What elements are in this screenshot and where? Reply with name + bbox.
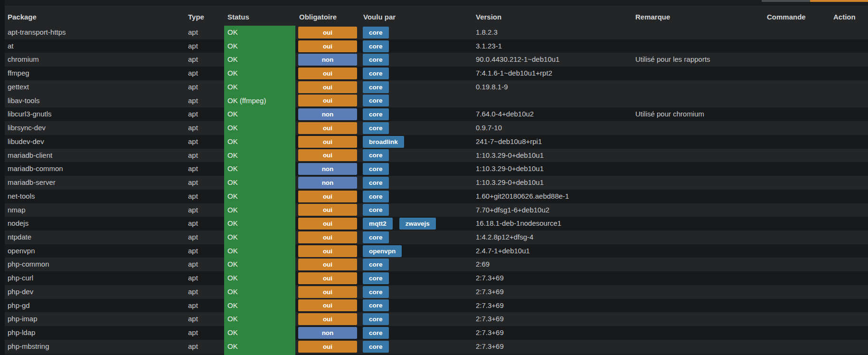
package-type: apt <box>188 190 198 203</box>
obligatoire-badge: oui <box>298 259 357 270</box>
column-header-action: Action <box>833 6 856 26</box>
package-name: libudev-dev <box>8 135 44 149</box>
column-header-package: Package <box>8 6 37 26</box>
obligatoire-badge: oui <box>298 149 357 161</box>
package-type: apt <box>188 94 198 108</box>
obligatoire-badge: oui <box>298 95 357 106</box>
package-type: apt <box>188 299 198 313</box>
wanted-by-badge: core <box>363 191 389 202</box>
wanted-by-badges: core <box>363 149 396 161</box>
status-value: OK <box>227 67 238 80</box>
package-name: php-mbstring <box>8 340 49 354</box>
wanted-by-badges: core <box>363 163 396 175</box>
wanted-by-badges: core <box>363 95 396 106</box>
package-version: 7.70+dfsg1-6+deb10u2 <box>476 203 549 217</box>
package-name: php-dev <box>8 285 33 299</box>
wanted-by-badge: core <box>363 27 389 38</box>
package-name: mariadb-server <box>8 176 56 190</box>
column-header-commande: Commande <box>767 6 806 26</box>
table-row: ntpdate apt OK oui core 1:4.2.8p12+dfsg-… <box>0 230 868 244</box>
wanted-by-badge: core <box>363 286 389 298</box>
wanted-by-badge: zwavejs <box>399 218 436 230</box>
wanted-by-badges: mqtt2zwavejs <box>363 218 443 230</box>
wanted-by-badge: core <box>363 54 389 66</box>
table-row: mariadb-common apt OK non core 1:10.3.29… <box>0 162 868 176</box>
package-name: mariadb-client <box>8 149 52 163</box>
status-value: OK <box>227 312 238 326</box>
status-value: OK <box>227 340 238 354</box>
status-value: OK <box>227 149 238 163</box>
package-name: openvpn <box>8 244 35 258</box>
wanted-by-badge: core <box>363 299 389 311</box>
package-version: 0.19.8.1-9 <box>476 80 508 94</box>
wanted-by-badge: core <box>363 67 389 79</box>
wanted-by-badge: core <box>363 95 389 106</box>
package-name: net-tools <box>8 190 35 203</box>
obligatoire-badge: non <box>298 108 357 120</box>
package-version: 1.8.2.3 <box>476 26 498 39</box>
package-name: ffmpeg <box>8 67 29 80</box>
table-row: libudev-dev apt OK oui broadlink 241-7~d… <box>0 135 868 149</box>
package-version: 2:7.3+69 <box>476 271 504 285</box>
table-row: libav-tools apt OK (ffmpeg) oui core <box>0 94 868 108</box>
package-version: 7:4.1.6-1~deb10u1+rpt2 <box>476 67 552 80</box>
package-type: apt <box>188 39 198 53</box>
column-header-obligatoire: Obligatoire <box>299 6 337 26</box>
wanted-by-badges: core <box>363 177 396 189</box>
package-type: apt <box>188 244 198 258</box>
table-header <box>5 6 868 26</box>
package-version: 1:4.2.8p12+dfsg-4 <box>476 230 533 244</box>
column-header-voulu-par: Voulu par <box>363 6 396 26</box>
wanted-by-badge: core <box>363 204 389 216</box>
wanted-by-badge: core <box>363 163 389 175</box>
status-value: OK <box>227 258 238 271</box>
obligatoire-badge: oui <box>298 313 357 325</box>
table-row: libcurl3-gnutls apt OK non core 7.64.0-4… <box>0 107 868 121</box>
wanted-by-badges: core <box>363 313 396 325</box>
package-version: 2.4.7-1+deb10u1 <box>476 244 530 258</box>
wanted-by-badges: core <box>363 327 396 339</box>
package-version: 1.60+git20180626.aebd88e-1 <box>476 190 569 203</box>
column-header-status: Status <box>227 6 249 26</box>
package-version: 2:7.3+69 <box>476 340 504 354</box>
package-name: libcurl3-gnutls <box>8 107 52 121</box>
status-value: OK <box>227 39 238 53</box>
package-type: apt <box>188 121 198 135</box>
package-type: apt <box>188 340 198 354</box>
status-value: OK <box>227 285 238 299</box>
table-row: nmap apt OK oui core 7.70+dfsg1-6+deb10u… <box>0 203 868 217</box>
status-value: OK <box>227 230 238 244</box>
package-version: 7.64.0-4+deb10u2 <box>476 107 534 121</box>
wanted-by-badge: core <box>363 122 389 134</box>
obligatoire-badge: non <box>298 177 357 189</box>
table-row: php-curl apt OK oui core 2:7.3+69 <box>0 271 868 285</box>
status-value: OK <box>227 121 238 135</box>
status-value: OK (ffmpeg) <box>227 94 266 108</box>
package-type: apt <box>188 26 198 39</box>
table-row: php-gd apt OK oui core 2:7.3+69 <box>0 299 868 313</box>
wanted-by-badges: core <box>363 191 396 202</box>
obligatoire-badge: oui <box>298 122 357 134</box>
table-row: net-tools apt OK oui core 1.60+git201806… <box>0 190 868 203</box>
table-row: php-imap apt OK oui core 2:7.3+69 <box>0 312 868 326</box>
column-header-type: Type <box>188 6 204 26</box>
package-version: 2:7.3+69 <box>476 285 504 299</box>
table-row: mariadb-client apt OK oui core 1:10.3.29… <box>0 149 868 163</box>
package-name: librsync-dev <box>8 121 46 135</box>
table-row: chromium apt OK non core 90.0.4430.212-1… <box>0 53 868 67</box>
obligatoire-badge: non <box>298 327 357 339</box>
obligatoire-badge: oui <box>298 67 357 79</box>
status-value: OK <box>227 299 238 313</box>
wanted-by-badges: core <box>363 67 396 79</box>
package-type: apt <box>188 162 198 176</box>
obligatoire-badge: oui <box>298 272 357 284</box>
status-value: OK <box>227 80 238 94</box>
package-type: apt <box>188 53 198 67</box>
table-row: nodejs apt OK oui mqtt2zwavejs 16.18.1-d… <box>0 217 868 230</box>
toolbar-button-gray[interactable] <box>762 0 810 2</box>
package-name: apt-transport-https <box>8 26 66 39</box>
toolbar-button-orange[interactable] <box>810 0 868 2</box>
package-type: apt <box>188 176 198 190</box>
package-version: 1:10.3.29-0+deb10u1 <box>476 176 544 190</box>
package-type: apt <box>188 203 198 217</box>
